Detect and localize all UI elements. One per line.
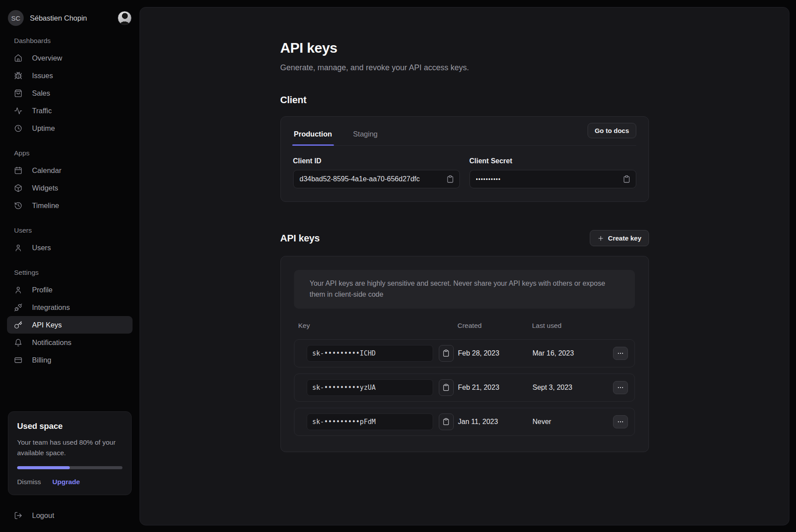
client-id-input[interactable] [293,170,460,188]
api-keys-table-header: Key Created Last used [294,318,635,333]
clipboard-icon [442,384,450,391]
sidebar-item-sales[interactable]: Sales [7,84,133,102]
last-used-date: Mar 16, 2023 [533,349,610,357]
table-row: Jan 11, 2023 Never [294,408,635,436]
nav-heading-apps: Apps [7,145,133,162]
user-icon [14,286,22,294]
tab-staging[interactable]: Staging [352,126,379,145]
sidebar-item-calendar[interactable]: Calendar [7,162,133,179]
column-header-created: Created [458,322,532,330]
sidebar: SC Sébastien Chopin Dashboards Overview … [0,0,140,532]
ellipsis-icon [617,418,624,425]
api-keys-warning: Your API keys are highly sensitive and s… [294,270,635,309]
used-space-title: Used space [17,421,122,431]
sidebar-item-notifications[interactable]: Notifications [7,334,133,351]
sidebar-item-profile[interactable]: Profile [7,281,133,298]
sidebar-item-timeline[interactable]: Timeline [7,197,133,214]
sidebar-item-issues[interactable]: Issues [7,67,133,84]
ellipsis-icon [617,384,624,391]
clipboard-icon [446,175,454,183]
sidebar-item-integrations[interactable]: Integrations [7,298,133,316]
nav-heading-settings: Settings [7,264,133,281]
sidebar-item-users[interactable]: Users [7,239,133,256]
logout-icon [14,511,22,520]
history-icon [14,201,22,210]
api-key-value-input[interactable] [307,345,433,362]
bug-icon [14,72,22,80]
home-icon [14,54,22,62]
sidebar-item-api-keys[interactable]: API Keys [7,316,133,334]
upgrade-link[interactable]: Upgrade [52,478,80,486]
ellipsis-icon [617,350,624,357]
row-menu-button[interactable] [613,347,628,360]
page-title: API keys [280,40,649,56]
used-space-description: Your team has used 80% of your available… [17,437,122,458]
nav-section-apps: Apps Calendar Widgets Timeline [7,145,133,214]
bell-icon [14,338,22,347]
column-header-last-used: Last used [532,322,610,330]
sidebar-item-uptime[interactable]: Uptime [7,119,133,137]
credit-card-icon [14,356,22,364]
used-space-progress-fill [17,466,70,469]
shopping-bag-icon [14,89,22,97]
copy-client-id-button[interactable] [443,172,457,186]
activity-icon [14,107,22,115]
go-to-docs-button[interactable]: Go to docs [588,123,636,138]
table-row: Feb 21, 2023 Sept 3, 2023 [294,374,635,402]
created-date: Feb 21, 2023 [458,384,533,392]
table-row: Feb 28, 2023 Mar 16, 2023 [294,339,635,367]
row-menu-button[interactable] [613,415,628,428]
sidebar-nav: Dashboards Overview Issues Sales Traffic… [7,32,133,369]
dismiss-button[interactable]: Dismiss [17,478,41,486]
last-used-date: Sept 3, 2023 [533,384,610,392]
client-secret-field-group: Client Secret [470,157,636,188]
sidebar-item-billing[interactable]: Billing [7,351,133,369]
nav-heading-users: Users [7,222,133,239]
created-date: Jan 11, 2023 [458,418,533,426]
api-keys-card: Your API keys are highly sensitive and s… [280,256,649,452]
sidebar-item-overview[interactable]: Overview [7,49,133,67]
used-space-progress-track [17,466,122,469]
clipboard-icon [442,418,450,425]
environment-tabs: Production Staging [293,126,636,146]
api-key-value-input[interactable] [307,413,433,430]
page-subtitle: Generate, manage, and revoke your API ac… [280,63,649,72]
user-icon [14,244,22,252]
column-header-key: Key [298,322,458,330]
client-id-field-group: Client ID [293,157,460,188]
used-space-card: Used space Your team has used 80% of you… [8,411,132,495]
nav-section-dashboards: Dashboards Overview Issues Sales Traffic… [7,32,133,137]
copy-key-button[interactable] [439,379,454,396]
created-date: Feb 28, 2023 [458,349,533,357]
user-photo-avatar[interactable] [118,11,132,25]
plug-icon [14,303,22,312]
create-key-button[interactable]: Create key [590,230,649,246]
client-card: Production Staging Go to docs Client ID [280,116,649,202]
copy-client-secret-button[interactable] [620,172,634,186]
last-used-date: Never [533,418,610,426]
user-name: Sébastien Chopin [30,14,118,22]
clipboard-icon [623,175,631,183]
avatar-initials: SC [8,10,24,26]
api-key-value-input[interactable] [307,379,433,396]
client-secret-label: Client Secret [470,157,636,165]
cube-icon [14,184,22,192]
copy-key-button[interactable] [439,413,454,430]
calendar-icon [14,166,22,175]
clock-icon [14,124,22,133]
clipboard-icon [442,349,450,357]
row-menu-button[interactable] [613,381,628,394]
client-section-heading: Client [280,94,649,106]
main-panel: API keys Generate, manage, and revoke yo… [140,7,789,525]
key-icon [14,321,22,329]
copy-key-button[interactable] [439,345,454,362]
user-menu[interactable]: SC Sébastien Chopin [8,10,132,26]
client-secret-input[interactable] [470,170,636,188]
api-keys-section-heading: API keys [280,233,320,244]
client-id-label: Client ID [293,157,460,165]
nav-heading-dashboards: Dashboards [7,32,133,49]
tab-production[interactable]: Production [293,126,333,145]
sidebar-item-traffic[interactable]: Traffic [7,102,133,119]
logout-button[interactable]: Logout [7,507,133,524]
sidebar-item-widgets[interactable]: Widgets [7,179,133,197]
